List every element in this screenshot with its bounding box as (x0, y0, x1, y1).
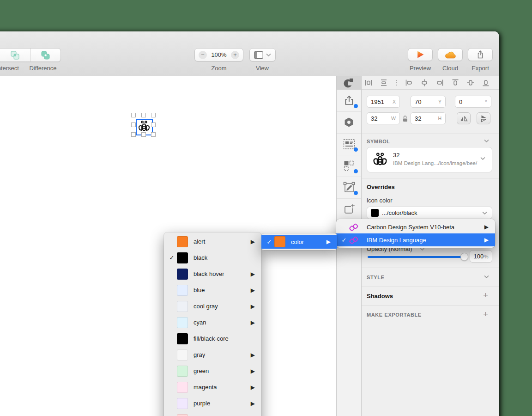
menu-item-magenta[interactable]: magenta▶ (164, 379, 261, 395)
bee-icon[interactable] (138, 120, 151, 133)
symbol-selector[interactable]: 32 IBM Design Lang.../icon/image/bee/ (367, 147, 492, 172)
overrides-header: Overrides (367, 184, 395, 190)
preview-button[interactable] (408, 48, 433, 61)
rotation-field[interactable]: 0° (455, 96, 491, 108)
category-menu: ✓color▶ (261, 233, 337, 250)
height-field[interactable]: 32H (411, 112, 446, 124)
menu-item-black[interactable]: ✓black (164, 250, 261, 266)
zoom-in-button[interactable]: + (231, 51, 239, 59)
plugin-layout-blocks[interactable] (337, 133, 361, 155)
opacity-slider-knob[interactable] (460, 253, 468, 261)
plugin-add-rect[interactable] (337, 198, 361, 220)
menu-item-black-hover[interactable]: black hover▶ (164, 266, 261, 282)
checkmark-icon: ✓ (339, 237, 349, 244)
selection-handle[interactable] (131, 132, 136, 137)
lock-icon[interactable] (402, 115, 409, 122)
symbol-section-header: SYMBOL (367, 139, 390, 144)
view-pane-icon (254, 51, 263, 59)
menu-item-label: cyan (193, 319, 251, 326)
symbol-path: IBM Design Lang.../icon/image/bee/ (393, 160, 477, 166)
opacity-slider-track[interactable] (368, 256, 466, 258)
opacity-value-field[interactable]: 100% (470, 250, 492, 263)
selection-handle[interactable] (151, 132, 156, 137)
align-bottom-icon[interactable] (482, 79, 490, 87)
color-swatch (177, 269, 188, 280)
checkmark-icon: ✓ (264, 239, 274, 245)
menu-item-cyan[interactable]: cyan▶ (164, 314, 261, 330)
symbol-collapse-chevron-icon[interactable] (484, 139, 489, 143)
align-top-icon[interactable] (451, 79, 459, 87)
share-icon (476, 50, 484, 59)
align-right-icon[interactable] (435, 79, 444, 87)
difference-label: Difference (18, 65, 68, 72)
zoom-out-button[interactable]: − (199, 51, 207, 59)
notification-dot (354, 169, 358, 173)
menu-item-label: alert (193, 238, 251, 245)
export-button[interactable] (468, 48, 493, 61)
y-position-field[interactable]: 70Y (411, 96, 446, 108)
selection-handle[interactable] (141, 113, 146, 117)
menu-item-Carbon-Design-System-V10-beta[interactable]: Carbon Design System V10-beta▶ (336, 220, 495, 233)
play-icon (416, 50, 424, 59)
width-field[interactable]: 32W (367, 112, 400, 124)
flip-horizontal-button[interactable] (457, 112, 471, 124)
color-swatch (177, 252, 188, 263)
menu-item-label: magenta (193, 384, 251, 391)
align-center-horizontal-icon[interactable] (420, 79, 429, 87)
menu-item-blue[interactable]: blue▶ (164, 282, 261, 298)
plugin-edit-pencil[interactable] (337, 177, 361, 199)
view-button[interactable] (249, 48, 276, 61)
selection-handle[interactable] (151, 122, 156, 127)
align-middle-vertical-icon[interactable] (466, 79, 475, 87)
plugin-hexagon-nut[interactable] (337, 111, 361, 134)
plugin-duplicate-squares[interactable] (337, 155, 361, 177)
view-label: View (237, 65, 288, 72)
menu-item-gray[interactable]: gray▶ (164, 347, 261, 363)
color-swatch (177, 349, 188, 361)
menu-item-fill-black-core[interactable]: fill/black-core (164, 330, 261, 347)
plugin-upload[interactable] (337, 90, 361, 112)
color-swatch (177, 285, 188, 296)
style-section-header: STYLE (367, 275, 384, 280)
cloud-button[interactable] (438, 48, 463, 61)
color-swatch (177, 398, 188, 409)
menu-item-purple[interactable]: purple▶ (164, 395, 261, 411)
zoom-control[interactable]: − 100% + (194, 48, 243, 61)
menu-item-label: black (193, 254, 255, 261)
opacity-chevron-icon[interactable] (420, 248, 424, 251)
menu-item-label: Carbon Design System V10-beta (367, 224, 484, 231)
symbol-chevron-icon (480, 157, 485, 160)
menu-item-red[interactable]: red▶ (164, 411, 261, 416)
add-shadow-button[interactable]: + (483, 290, 488, 300)
make-exportable-header: MAKE EXPORTABLE (367, 312, 422, 318)
menu-item-alert[interactable]: alert▶ (164, 233, 261, 250)
menu-item-IBM-Design-Language[interactable]: ✓IBM Design Language▶ (336, 233, 495, 246)
menu-item-green[interactable]: green▶ (164, 363, 261, 379)
boolean-ops-group (0, 48, 61, 62)
difference-icon[interactable] (41, 51, 50, 60)
distribute-horizontal-icon[interactable] (364, 79, 373, 87)
menu-item-color[interactable]: ✓color▶ (261, 235, 337, 249)
style-chevron-icon[interactable] (484, 275, 489, 279)
zoom-value: 100% (211, 51, 226, 58)
make-exportable-button[interactable]: + (483, 309, 488, 319)
intersect-icon[interactable] (11, 51, 19, 60)
color-swatch (177, 236, 188, 247)
plugin-craft-logo[interactable] (337, 76, 361, 90)
icon-color-dropdown[interactable]: .../color/black (367, 207, 492, 219)
selection-handle[interactable] (151, 113, 156, 117)
export-label: Export (455, 65, 499, 72)
align-left-icon[interactable] (405, 79, 413, 87)
submenu-arrow-icon: ▶ (251, 400, 255, 407)
selection-handle[interactable] (141, 132, 146, 137)
submenu-arrow-icon: ▶ (484, 224, 489, 230)
x-position-field[interactable]: 1951X (367, 96, 400, 108)
flip-vertical-button[interactable] (477, 112, 490, 124)
color-swatch (371, 209, 379, 217)
selection-handle[interactable] (131, 113, 136, 117)
menu-item-label: color (291, 239, 326, 245)
submenu-arrow-icon: ▶ (484, 237, 489, 243)
menu-item-cool-gray[interactable]: cool gray▶ (164, 298, 261, 314)
distribute-vertical-icon[interactable] (380, 79, 388, 87)
selection-handle[interactable] (131, 122, 136, 127)
